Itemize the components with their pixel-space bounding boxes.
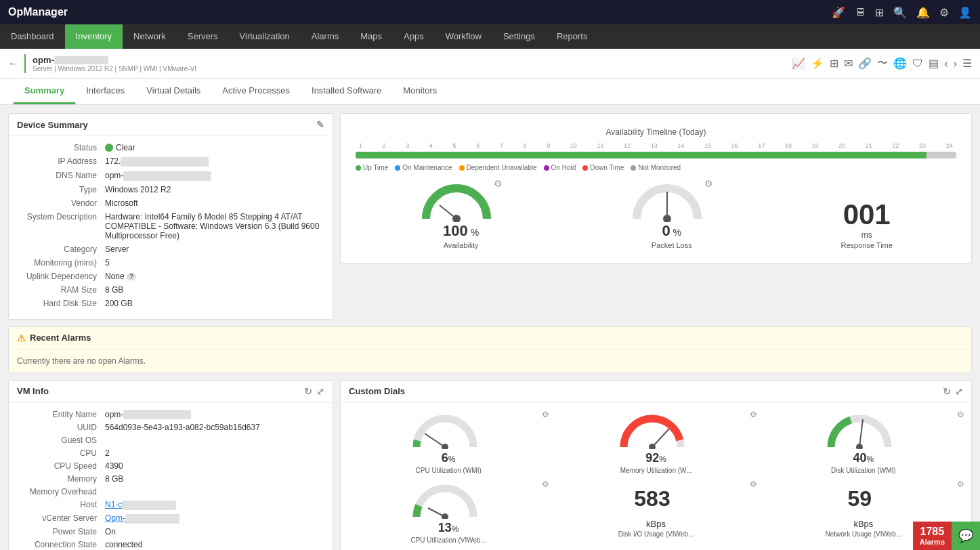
no-alarms-message: Currently there are no open Alarms. bbox=[17, 356, 146, 366]
svg-line-9 bbox=[859, 419, 863, 447]
top-section: Device Summary ✎ Status Clear IP Address… bbox=[8, 113, 972, 320]
nav-virtualization[interactable]: Virtualization bbox=[229, 24, 301, 49]
tabs-bar: Summary Interfaces Virtual Details Activ… bbox=[0, 79, 980, 105]
dial-memory-wmi-label: Memory Utilization (W... bbox=[555, 467, 757, 474]
dial-cpu-gauge-svg bbox=[411, 410, 479, 449]
nav-apps[interactable]: Apps bbox=[393, 24, 435, 49]
chat-icon: 💬 bbox=[958, 528, 973, 543]
prev-icon[interactable]: ‹ bbox=[944, 58, 947, 70]
label-vendor: Vendor bbox=[17, 198, 105, 208]
nav-inventory[interactable]: Inventory bbox=[65, 24, 123, 49]
vm-row-memoverhead: Memory Overhead bbox=[17, 487, 324, 496]
shield-icon[interactable]: 🛡 bbox=[912, 58, 923, 70]
tab-installed-software[interactable]: Installed Software bbox=[301, 79, 392, 104]
row-sysdesc: System Description Hardware: Intel64 Fam… bbox=[17, 212, 324, 240]
help-icon[interactable]: ? bbox=[127, 273, 136, 280]
tab-virtual-details[interactable]: Virtual Details bbox=[135, 79, 211, 104]
nav-maps[interactable]: Maps bbox=[349, 24, 393, 49]
dials-expand-icon[interactable]: ⤢ bbox=[955, 386, 963, 397]
row-vendor: Vendor Microsoft bbox=[17, 198, 324, 208]
alert-icon[interactable]: ⚡ bbox=[811, 57, 824, 70]
right-column: Availability Timeline (Today) 1234567891… bbox=[340, 113, 972, 320]
tab-interfaces[interactable]: Interfaces bbox=[75, 79, 135, 104]
host-link[interactable]: N1-c bbox=[105, 500, 176, 509]
response-time-label: Response Time bbox=[840, 241, 892, 249]
vm-refresh-icon[interactable]: ↻ bbox=[304, 386, 312, 397]
timeline-numbers: 123456789101112131415161718192021222324 bbox=[356, 142, 956, 149]
vm-value-cpu: 2 bbox=[105, 448, 324, 458]
custom-dials-header: Custom Dials ↻ ⤢ bbox=[341, 381, 971, 403]
vm-value-connection: connected bbox=[105, 540, 324, 549]
vm-label-cpuspeed: CPU Speed bbox=[17, 461, 105, 471]
window-icon[interactable]: ▤ bbox=[929, 57, 939, 70]
vm-expand-icon[interactable]: ⤢ bbox=[316, 386, 324, 397]
dial-diskio-settings[interactable]: ⚙ bbox=[750, 480, 757, 489]
device-meta: Server | Windows 2012 R2 | SNMP | WMI | … bbox=[33, 65, 196, 72]
layers-icon[interactable]: ⊞ bbox=[875, 6, 884, 19]
row-disk: Hard Disk Size 200 GB bbox=[17, 299, 324, 308]
next-icon[interactable]: › bbox=[954, 58, 957, 70]
response-time-value: 001 bbox=[840, 199, 892, 230]
svg-line-1 bbox=[440, 205, 456, 219]
dial-net-settings[interactable]: ⚙ bbox=[957, 480, 964, 489]
nav-alarms[interactable]: Alarms bbox=[301, 24, 349, 49]
menu-icon[interactable]: ☰ bbox=[962, 57, 972, 70]
device-summary-body: Status Clear IP Address 172. DNS Name op… bbox=[9, 136, 333, 319]
dial-cpu2-settings[interactable]: ⚙ bbox=[542, 480, 549, 489]
dial-disk-wmi: ⚙ 40% Disk Utilization (WMI) bbox=[763, 410, 964, 474]
nav-servers[interactable]: Servers bbox=[177, 24, 229, 49]
back-button[interactable]: ← bbox=[8, 58, 19, 70]
alarm-count-badge[interactable]: 1785 Alarms bbox=[913, 522, 952, 550]
value-sysdesc: Hardware: Intel64 Family 6 Model 85 Step… bbox=[105, 212, 324, 240]
nav-workflow[interactable]: Workflow bbox=[435, 24, 492, 49]
gear-icon[interactable]: ⚙ bbox=[939, 6, 949, 19]
gauge-settings-icon[interactable]: ⚙ bbox=[494, 178, 503, 189]
dial-mem-settings[interactable]: ⚙ bbox=[750, 410, 757, 419]
vm-value-entity: opm- bbox=[105, 410, 324, 420]
vm-info-header: VM Info ↻ ⤢ bbox=[9, 381, 333, 403]
value-status: Clear bbox=[105, 143, 324, 152]
label-dns: DNS Name bbox=[17, 171, 105, 181]
tab-monitors[interactable]: Monitors bbox=[392, 79, 448, 104]
alarm-warning-icon: ⚠ bbox=[17, 333, 26, 343]
nav-network[interactable]: Network bbox=[123, 24, 177, 49]
alarms-title: Recent Alarms bbox=[30, 333, 91, 343]
response-time-unit: ms bbox=[840, 230, 892, 240]
tab-active-processes[interactable]: Active Processes bbox=[211, 79, 301, 104]
wave-icon[interactable]: 〜 bbox=[877, 56, 888, 70]
bell-icon[interactable]: 🔔 bbox=[916, 6, 930, 19]
svg-line-5 bbox=[425, 433, 445, 447]
link-icon[interactable]: 🔗 bbox=[858, 57, 872, 70]
edit-icon[interactable]: ✎ bbox=[316, 119, 324, 130]
nav-reports[interactable]: Reports bbox=[546, 24, 599, 49]
nav-dashboard[interactable]: Dashboard bbox=[0, 24, 65, 49]
vm-value-host: N1-c bbox=[105, 500, 324, 510]
dial-disk-io: ⚙ 583 kBps Disk I/O Usage (VIWeb... bbox=[555, 480, 757, 544]
mail-icon[interactable]: ✉ bbox=[844, 57, 853, 70]
nav-settings[interactable]: Settings bbox=[492, 24, 546, 49]
grid-icon[interactable]: ⊞ bbox=[830, 57, 838, 70]
dial-cpu-settings[interactable]: ⚙ bbox=[542, 410, 549, 419]
vm-row-connection: Connection State connected bbox=[17, 540, 324, 549]
dials-refresh-icon[interactable]: ↻ bbox=[943, 386, 951, 397]
top-bar: OpManager 🚀 🖥 ⊞ 🔍 🔔 ⚙ 👤 bbox=[0, 0, 980, 24]
user-icon[interactable]: 👤 bbox=[958, 6, 972, 19]
monitor-icon[interactable]: 🖥 bbox=[855, 6, 866, 18]
availability-title: Availability Timeline (Today) bbox=[356, 127, 956, 137]
row-ram: RAM Size 8 GB bbox=[17, 285, 324, 295]
vm-row-host: Host N1-c bbox=[17, 500, 324, 510]
value-disk: 200 GB bbox=[105, 299, 324, 308]
rocket-icon[interactable]: 🚀 bbox=[832, 6, 845, 19]
availability-panel: Availability Timeline (Today) 1234567891… bbox=[340, 113, 972, 263]
dial-disk-settings[interactable]: ⚙ bbox=[957, 410, 964, 419]
row-status: Status Clear bbox=[17, 143, 324, 152]
chart-icon[interactable]: 📈 bbox=[792, 57, 805, 70]
globe-icon[interactable]: 🌐 bbox=[893, 57, 907, 70]
vcenter-link[interactable]: Opm- bbox=[105, 513, 179, 523]
gauge2-settings-icon[interactable]: ⚙ bbox=[704, 178, 713, 189]
search-icon[interactable]: 🔍 bbox=[893, 6, 907, 19]
chat-button[interactable]: 💬 bbox=[952, 522, 980, 550]
tab-summary[interactable]: Summary bbox=[14, 79, 75, 104]
vm-value-power: On bbox=[105, 527, 324, 536]
dial-memory-wmi: ⚙ 92% Memory Utilization (W... bbox=[555, 410, 757, 474]
